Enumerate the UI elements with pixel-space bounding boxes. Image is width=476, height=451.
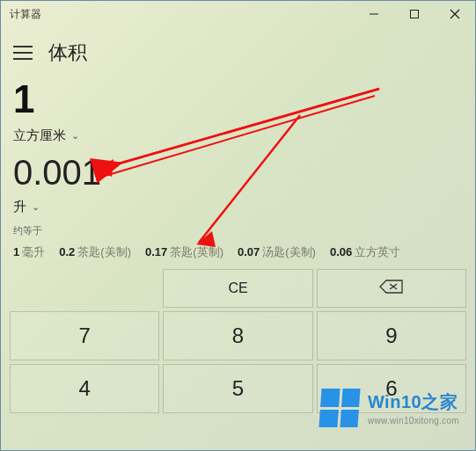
svg-rect-1 <box>411 11 419 18</box>
menu-icon[interactable] <box>13 46 33 60</box>
display-area: 1 立方厘米 ⌄ 0.001 升 ⌄ 约等于 <box>1 75 475 241</box>
equiv-item[interactable]: 0.07汤匙(美制) <box>238 244 316 260</box>
key-blank <box>10 269 159 308</box>
key-5[interactable]: 5 <box>163 364 312 413</box>
key-7[interactable]: 7 <box>10 311 159 360</box>
minimize-button[interactable] <box>354 1 394 27</box>
key-9[interactable]: 9 <box>317 311 466 360</box>
window-title: 计算器 <box>10 7 41 22</box>
input-value[interactable]: 1 <box>13 80 463 119</box>
input-unit-label: 立方厘米 <box>13 127 66 144</box>
watermark-brand: Win10之家 <box>368 390 459 414</box>
close-button[interactable] <box>435 1 475 27</box>
approx-label: 约等于 <box>13 224 463 237</box>
equivalents-row: 1毫升 0.2茶匙(美制) 0.17茶匙(英制) 0.07汤匙(美制) 0.06… <box>1 241 475 269</box>
calculator-window: 计算器 体积 1 立方厘米 ⌄ 0.001 升 ⌄ 约等于 <box>0 0 476 451</box>
equiv-item[interactable]: 0.17茶匙(英制) <box>145 244 223 260</box>
mode-title: 体积 <box>48 40 87 66</box>
equiv-item[interactable]: 1毫升 <box>13 244 45 260</box>
equiv-item[interactable]: 0.06立方英寸 <box>330 244 400 260</box>
key-8[interactable]: 8 <box>163 311 312 360</box>
key-ce[interactable]: CE <box>163 269 312 308</box>
title-bar: 计算器 <box>1 1 475 27</box>
output-unit-label: 升 <box>13 199 26 215</box>
equiv-item[interactable]: 0.2茶匙(美制) <box>59 244 131 260</box>
windows-logo-icon <box>319 389 360 427</box>
chevron-down-icon: ⌄ <box>71 130 79 142</box>
watermark-url: www.win10xitong.com <box>368 416 459 426</box>
chevron-down-icon: ⌄ <box>32 201 40 213</box>
window-controls <box>354 1 475 27</box>
header: 体积 <box>1 27 475 75</box>
output-value[interactable]: 0.001 <box>13 155 463 190</box>
key-4[interactable]: 4 <box>10 364 159 413</box>
output-unit-selector[interactable]: 升 ⌄ <box>13 199 463 215</box>
maximize-button[interactable] <box>394 1 435 27</box>
key-backspace[interactable] <box>317 269 466 308</box>
backspace-icon <box>379 280 404 297</box>
input-unit-selector[interactable]: 立方厘米 ⌄ <box>13 127 463 144</box>
watermark: Win10之家 www.win10xitong.com <box>320 389 459 427</box>
